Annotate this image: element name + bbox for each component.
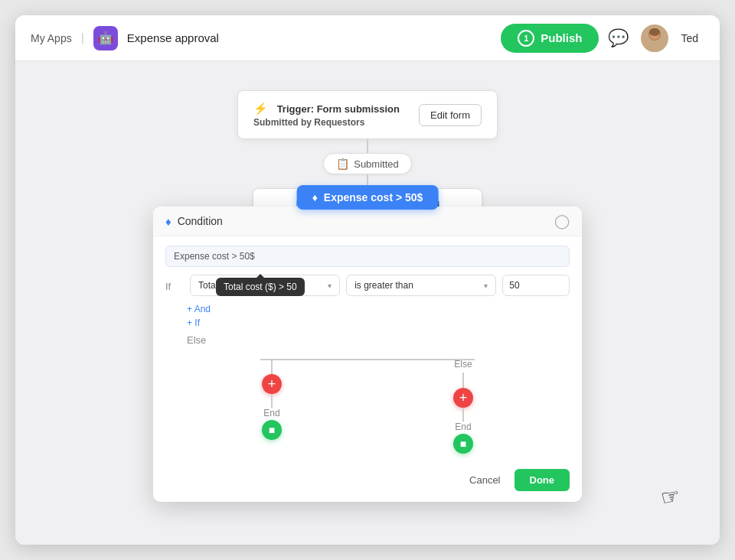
cursor-pointer: ☞ [658, 483, 681, 511]
header: My Apps | 🤖 Expense approval 1 Publish 💬… [15, 15, 720, 61]
condition-bar-title: Condition [178, 215, 223, 227]
add-if-branch-button[interactable]: + [262, 374, 282, 394]
condition-input-display[interactable]: Expense cost > 50$ [165, 246, 570, 267]
else-label: Else [187, 331, 206, 349]
condition-value-input[interactable] [502, 275, 570, 296]
condition-close-button[interactable]: ◯ [554, 214, 570, 228]
end-box-right: End ■ [453, 422, 473, 454]
branch-else: Else + End ■ [368, 359, 559, 454]
trigger-sub-group: Requestors [314, 117, 364, 128]
field-caret: ▾ [328, 282, 332, 290]
branch-area: + End ■ Else + End [153, 359, 582, 461]
connector-1 [367, 139, 368, 153]
operator-caret: ▾ [484, 282, 488, 290]
header-right: 💬 Ted [608, 24, 698, 52]
avatar [641, 24, 668, 52]
app-name: Expense approval [127, 31, 219, 44]
app-window: My Apps | 🤖 Expense approval 1 Publish 💬… [15, 15, 720, 545]
edit-form-button[interactable]: Edit form [419, 104, 482, 126]
condition-footer: Cancel Done [153, 461, 582, 502]
submitted-badge: 📋 Submitted [323, 153, 412, 174]
vline-after-btn [271, 394, 273, 408]
end-label-right: End [455, 422, 471, 432]
publish-label: Publish [541, 31, 582, 44]
condition-operator-label: is greater than [354, 280, 413, 291]
add-if-button[interactable]: + If [187, 316, 200, 330]
end-label-left: End [263, 408, 279, 418]
condition-body: Expense cost > 50$ Total cost ($) > 50 I… [153, 236, 582, 347]
condition-field-label: Total cost($) [198, 280, 248, 291]
condition-modal: ♦ Expense cost > 50$ ♦ Condition ◯ Expen… [153, 207, 582, 502]
publish-number: 1 [518, 30, 534, 47]
condition-field-select[interactable]: Total cost($) ▾ [190, 275, 340, 296]
publish-button[interactable]: 1 Publish [501, 24, 599, 53]
condition-operator-select[interactable]: is greater than ▾ [346, 275, 496, 296]
condition-input-text: Expense cost > 50$ [174, 251, 255, 262]
branch-if: + End ■ [176, 359, 368, 454]
add-links: + And + If [165, 302, 570, 330]
add-and-button[interactable]: + And [187, 302, 211, 316]
svg-point-3 [649, 28, 660, 36]
canvas: ⚡ Trigger: Form submission Submitted by … [15, 61, 720, 545]
svg-point-1 [645, 42, 665, 52]
branch-else-vline [462, 373, 464, 388]
username: Ted [681, 32, 698, 44]
submitted-label: Submitted [354, 158, 399, 170]
end-stop-button-right[interactable]: ■ [453, 434, 473, 454]
diamond-icon: ♦ [312, 191, 318, 203]
header-divider: | [81, 31, 84, 45]
trigger-node: ⚡ Trigger: Form submission Submitted by … [237, 75, 498, 139]
condition-bar-diamond: ♦ [165, 215, 172, 228]
cancel-button[interactable]: Cancel [462, 469, 508, 491]
chat-icon[interactable]: 💬 [608, 28, 629, 48]
end-box-left: End ■ [262, 408, 282, 440]
vline-after-btn-right [462, 408, 464, 422]
else-branch-label: Else [454, 359, 472, 370]
trigger-name: Form submission [317, 103, 400, 115]
add-else-branch-button[interactable]: + [453, 388, 473, 408]
if-row: If Total cost($) ▾ is greater than ▾ [165, 275, 570, 296]
branch-if-vline [271, 359, 273, 374]
if-label: If [165, 275, 184, 296]
condition-modal-bar: ♦ Condition ◯ [153, 207, 582, 236]
submitted-icon: 📋 [336, 158, 349, 170]
trigger-sub-prefix: Submitted by [253, 117, 314, 128]
end-stop-button-left[interactable]: ■ [262, 420, 282, 440]
trigger-icon: ⚡ [253, 102, 268, 115]
condition-node-label: Expense cost > 50$ [324, 191, 423, 203]
app-icon: 🤖 [93, 26, 118, 50]
else-row: Else [165, 333, 570, 347]
done-button[interactable]: Done [514, 469, 570, 491]
trigger-prefix: Trigger: [277, 103, 317, 115]
my-apps-link[interactable]: My Apps [31, 32, 72, 44]
condition-header-node[interactable]: ♦ Expense cost > 50$ [297, 185, 439, 210]
